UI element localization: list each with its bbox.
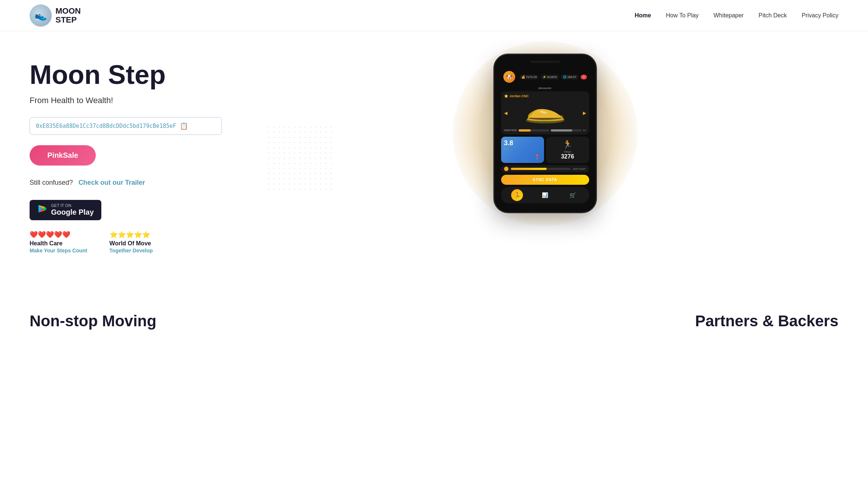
nav-how-to-play[interactable]: How To Play [666,12,699,19]
map-pin-icon: 📍 [534,154,540,160]
dot-pattern [266,125,333,191]
pinksale-button[interactable]: PinkSale [30,145,96,166]
trailer-link[interactable]: Check out our Trailer [78,179,145,186]
logo[interactable]: 👟 MOONSTEP [30,4,81,27]
hero-title: Moon Step [30,61,251,89]
shoe-next-arrow[interactable]: ▶ [583,110,586,116]
stat-globe: 🌐 185.07 [561,75,578,79]
rating-world-stars: ⭐⭐⭐⭐⭐ [109,231,153,239]
bottom-section: Non-stop Moving Partners & Backers [0,290,868,352]
nav-whitepaper[interactable]: Whitepaper [713,12,744,19]
steps-value: 3276 [561,153,574,160]
phone-mockup: 🐶 💰 7273.25 ⚡ 812872 🌐 185.07 [493,54,597,213]
nav-stats-icon[interactable]: 📊 [539,189,551,201]
contract-address[interactable]: 0xE835E6a88De1Cc37cd8BdcDDdc5bd179cBe185… [36,123,176,129]
shoe-bars: 456874055 1× [504,129,586,132]
stat-coin: 💰 7273.25 [520,75,538,79]
partners-title: Partners & Backers [695,312,838,330]
google-play-icon [37,204,47,217]
smt-label: SMT/SMT [573,167,586,171]
app-header: 🐶 💰 7273.25 ⚡ 812872 🌐 185.07 [501,69,589,84]
rating-world-title: World Of Move [109,240,153,247]
steps-card: 🏃 Steps 3276 [546,137,589,163]
non-stop-title: Non-stop Moving [30,312,156,330]
navigation: 👟 MOONSTEP Home How To Play Whitepaper P… [0,0,868,31]
app-stats: 💰 7273.25 ⚡ 812872 🌐 185.07 ⚙ [520,75,587,79]
shoe-bar-1 [519,129,549,132]
nav-cart-icon[interactable]: 🛒 [567,189,579,201]
distance-value: 3.8 [504,140,541,147]
rating-health-sub: Make Your Steps Count [30,248,87,253]
shoe-name: ⭐ Jordan CNC [504,94,586,98]
contract-box: 0xE835E6a88De1Cc37cd8BdcDDdc5bd179cBe185… [30,117,222,135]
non-stop-section: Non-stop Moving [30,312,156,330]
smt-track [511,168,571,170]
hero-subtitle: From Health to Wealth! [30,96,251,105]
map-card: 3.8 km 📍 [501,137,544,163]
trailer-line: Still confused? Check out our Trailer [30,179,251,187]
phone-screen: 🐶 💰 7273.25 ⚡ 812872 🌐 185.07 [498,67,592,206]
nav-home[interactable]: Home [635,12,651,19]
hero-section: Moon Step From Health to Wealth! 0xE835E… [0,31,868,290]
steps-label: Steps [564,150,571,153]
hero-phone: 🐶 💰 7273.25 ⚡ 812872 🌐 185.07 [251,54,838,213]
app-bottom-nav: 🏃 📊 🛒 [501,187,589,203]
logo-text: MOONSTEP [55,7,81,24]
shoe-bar-2 [551,129,581,132]
logo-icon: 👟 [30,4,52,27]
ratings-row: ❤️❤️❤️❤️❤️ Health Care Make Your Steps C… [30,231,251,253]
nav-pitch-deck[interactable]: Pitch Deck [759,12,787,19]
partners-section: Partners & Backers [695,312,838,330]
google-play-get-text: GET IT ON [51,204,94,208]
stats-row: 3.8 km 📍 🏃 Steps 3276 [501,137,589,163]
phone-notch [530,61,560,63]
rating-world: ⭐⭐⭐⭐⭐ World Of Move Together Develop [109,231,153,253]
bar-id: 456874055 [504,129,517,132]
nav-run-icon[interactable]: 🏃 [511,189,523,201]
rating-health-title: Health Care [30,240,87,247]
smt-fill [511,168,547,170]
nav-privacy-policy[interactable]: Privacy Policy [801,12,838,19]
app-avatar: 🐶 [503,71,515,83]
shoe-prev-arrow[interactable]: ◀ [504,110,507,116]
app-username: Alexander [501,86,589,90]
rating-health: ❤️❤️❤️❤️❤️ Health Care Make Your Steps C… [30,231,87,253]
hero-content: Moon Step From Health to Wealth! 0xE835E… [30,54,251,253]
stat-settings[interactable]: ⚙ [581,75,587,79]
rating-health-stars: ❤️❤️❤️❤️❤️ [30,231,87,239]
stat-energy: ⚡ 812872 [541,75,559,79]
smt-dot [504,167,509,171]
steps-icon: 🏃 [563,140,573,149]
sync-button[interactable]: SYNC DATA [501,175,589,185]
google-play-store-text: Google Play [51,208,94,217]
shoe-image-area: ◀ [504,100,586,126]
nav-links: Home How To Play Whitepaper Pitch Deck P… [635,12,838,19]
trailer-prefix: Still confused? [30,179,73,186]
smt-bar: SMT/SMT [501,165,589,173]
copy-icon[interactable]: 📋 [180,122,188,130]
shoe-card: ⭐ Jordan CNC ◀ [501,91,589,134]
google-play-button[interactable]: GET IT ON Google Play [30,200,101,220]
rating-world-sub: Together Develop [109,248,153,253]
bar-level: 1× [583,129,586,132]
shoe-image [523,100,567,126]
